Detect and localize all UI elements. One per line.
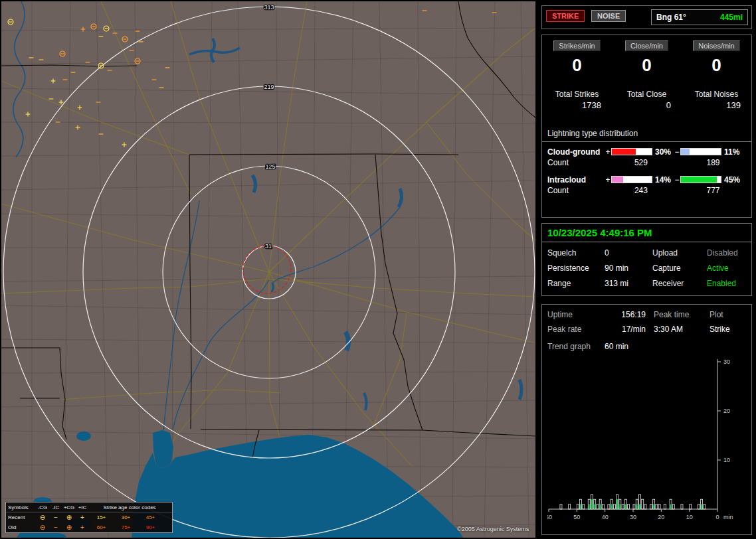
trend-axes (549, 359, 721, 512)
total-noises-value: 139 (682, 100, 751, 110)
neg-cg-symbol-icon: ⊖ (36, 524, 49, 531)
map-legend: Symbols -CG -IC +CG +IC Strike age color… (5, 502, 173, 533)
svg-text:40: 40 (602, 514, 609, 520)
close-per-min-button[interactable]: Close/min (625, 40, 668, 51)
trend-axis-labels: 1020306050403020100min (547, 358, 733, 520)
age-code-90: 90+ (138, 524, 163, 530)
trend-bars (560, 495, 706, 509)
svg-text:219: 219 (264, 84, 274, 90)
distribution-title: Lightning type distribution (542, 127, 751, 142)
bearing-value: Bng 61° (656, 13, 686, 22)
intracloud-row: Intracloud + 14% − 45% (542, 175, 751, 185)
svg-text:50: 50 (573, 514, 580, 520)
total-close-label: Total Close (612, 90, 682, 99)
cg-negative-count: 189 (680, 158, 746, 168)
legend-col-pos-cg: +CG (62, 504, 76, 510)
close-per-min-value: 0 (612, 55, 682, 75)
pos-cg-symbol-icon: ⊕ (62, 524, 76, 531)
dist-row-name: Intracloud (547, 175, 605, 185)
noises-per-min-value: 0 (682, 55, 751, 75)
status-trend-section: Uptime 156:19 Peak time Plot Peak rate 1… (541, 304, 752, 535)
age-code-45: 45+ (138, 514, 163, 520)
upload-status: Disabled (707, 248, 746, 258)
total-strikes-value: 1738 (542, 100, 612, 110)
plot-label: Plot (709, 310, 746, 319)
counters-section: Strikes/min Close/min Noises/min 0 0 0 T… (541, 35, 752, 218)
ic-negative-bar (680, 176, 721, 183)
ic-positive-pct: 14% (652, 175, 674, 185)
strike-noise-toolbar: STRIKE NOISE Bng 61° 445mi (541, 5, 752, 29)
upload-label: Upload (652, 248, 707, 258)
ic-negative-count: 777 (680, 186, 746, 196)
cg-positive-bar (611, 148, 652, 155)
age-code-75: 75+ (114, 524, 138, 530)
svg-text:30: 30 (630, 514, 636, 520)
minus-sign: − (674, 147, 680, 157)
noise-button[interactable]: NOISE (591, 10, 626, 22)
right-panel: STRIKE NOISE Bng 61° 445mi Strikes/min C… (539, 0, 756, 539)
svg-text:125: 125 (265, 163, 275, 170)
svg-text:10: 10 (723, 457, 730, 463)
lightning-map[interactable]: 31321912531 Symbols -CG -IC +CG +IC Stri… (1, 1, 535, 538)
svg-text:313: 313 (264, 4, 274, 11)
persistence-label: Persistence (547, 264, 605, 273)
legend-col-pos-ic: +IC (76, 504, 89, 510)
legend-col-neg-ic: -IC (49, 504, 62, 510)
peak-time-label: Peak time (654, 310, 709, 319)
receiver-status: Enabled (707, 279, 746, 288)
svg-text:30: 30 (723, 358, 730, 365)
pos-ic-symbol-icon: + (76, 514, 89, 521)
total-noises-label: Total Noises (682, 90, 751, 99)
squelch-label: Squelch (547, 248, 605, 258)
svg-text:60: 60 (547, 514, 552, 520)
capture-status: Active (707, 264, 746, 273)
noises-per-min-button[interactable]: Noises/min (693, 40, 739, 51)
strikes-per-min-button[interactable]: Strikes/min (553, 40, 600, 51)
ic-negative-pct: 45% (721, 175, 743, 185)
cloud-ground-counts: Count 529 189 (542, 158, 751, 168)
strike-button[interactable]: STRIKE (546, 10, 585, 22)
neg-cg-symbol-icon: ⊖ (36, 514, 49, 521)
cg-positive-pct: 30% (652, 147, 674, 157)
total-close-value: 0 (612, 100, 682, 110)
neg-ic-symbol-icon: − (49, 514, 62, 521)
range-label: Range (547, 279, 605, 288)
legend-old-label: Old (8, 524, 36, 530)
pos-cg-symbol-icon: ⊕ (62, 514, 76, 521)
peak-rate-label: Peak rate (547, 325, 605, 334)
receiver-label: Receiver (652, 279, 707, 288)
squelch-value: 0 (605, 248, 652, 258)
svg-text:31: 31 (265, 243, 272, 250)
clock-settings-section: 10/23/2025 4:49:16 PM Squelch 0 Upload D… (541, 223, 752, 296)
bearing-distance: 445mi (720, 13, 743, 22)
age-code-15: 15+ (89, 514, 114, 520)
strikes-per-min-value: 0 (542, 55, 612, 75)
dist-row-name: Cloud-ground (547, 147, 605, 157)
neg-ic-symbol-icon: − (49, 524, 62, 531)
svg-text:10: 10 (686, 514, 693, 520)
range-value: 313 mi (605, 279, 652, 288)
ic-positive-bar (611, 176, 652, 183)
copyright-text: ©2005 Astrogenic Systems (457, 526, 529, 532)
svg-text:20: 20 (658, 514, 664, 520)
legend-symbols-header: Symbols (8, 504, 36, 510)
uptime-label: Uptime (547, 310, 605, 319)
legend-age-header: Strike age color codes (89, 504, 170, 510)
minus-sign: − (674, 175, 680, 185)
ic-positive-count: 243 (608, 186, 674, 196)
uptime-value: 156:19 (605, 310, 654, 319)
plus-sign: + (605, 147, 611, 157)
capture-label: Capture (652, 264, 707, 273)
svg-text:20: 20 (723, 408, 730, 414)
age-code-30: 30+ (114, 514, 138, 520)
bearing-readout: Bng 61° 445mi (651, 9, 748, 25)
map-canvas[interactable]: 31321912531 (1, 1, 535, 538)
peak-rate-value: 17/min (605, 325, 654, 334)
svg-text:0: 0 (715, 514, 719, 520)
count-label: Count (547, 186, 602, 196)
mobile-bay (153, 430, 173, 468)
trend-window-value: 60 min (605, 342, 746, 351)
trend-graph-label: Trend graph (547, 342, 605, 351)
plus-sign: + (605, 175, 611, 185)
plot-mode-value: Strike (709, 325, 746, 334)
